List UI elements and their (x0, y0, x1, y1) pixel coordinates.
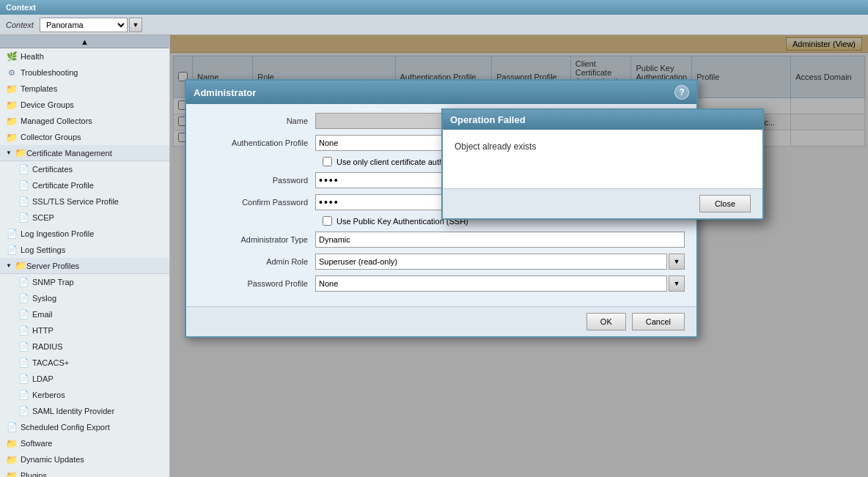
sidebar-item-tacacs[interactable]: 📄 TACACS+ (0, 355, 169, 371)
sidebar: ▲ 🌿 Health ⚙ Troubleshooting 📁 Templates… (0, 35, 170, 477)
sidebar-item-dynamic-updates[interactable]: 📁 Dynamic Updates (0, 451, 169, 467)
sidebar-item-label: Syslog (32, 294, 56, 303)
sidebar-item-managed-collectors[interactable]: 📁 Managed Collectors (0, 113, 169, 129)
sidebar-item-device-groups[interactable]: 📁 Device Groups (0, 97, 169, 113)
sidebar-item-label: Kerberos (32, 391, 65, 399)
use-client-cert-checkbox[interactable] (323, 157, 332, 166)
email-icon: 📄 (18, 308, 29, 320)
ssl-tls-icon: 📄 (18, 196, 29, 207)
sidebar-item-label: RADIUS (32, 342, 63, 351)
sidebar-item-templates[interactable]: 📁 Templates (0, 81, 169, 97)
collector-groups-icon: 📁 (6, 131, 18, 143)
sidebar-item-label: HTTP (32, 326, 54, 335)
context-dropdown-button[interactable]: ▼ (129, 18, 142, 32)
software-icon: 📁 (6, 437, 18, 449)
context-label: Context (6, 21, 34, 29)
admin-dialog-footer: OK Cancel (186, 306, 696, 336)
sidebar-item-email[interactable]: 📄 Email (0, 306, 169, 322)
sidebar-item-label: LDAP (32, 374, 54, 383)
sidebar-item-label: Templates (21, 84, 57, 93)
dynamic-updates-icon: 📁 (6, 454, 18, 465)
sidebar-item-collector-groups[interactable]: 📁 Collector Groups (0, 129, 169, 145)
sidebar-item-ssl-tls[interactable]: 📄 SSL/TLS Service Profile (0, 193, 169, 210)
sidebar-item-certificates[interactable]: 📄 Certificates (0, 161, 169, 177)
sidebar-scroll-up[interactable]: ▲ (0, 35, 169, 48)
sidebar-item-troubleshooting[interactable]: ⚙ Troubleshooting (0, 64, 169, 81)
password-profile-field: ▼ (315, 276, 685, 292)
device-groups-icon: 📁 (6, 99, 18, 111)
kerberos-icon: 📄 (18, 389, 29, 401)
sidebar-item-health[interactable]: 🌿 Health (0, 48, 169, 64)
saml-icon: 📄 (18, 405, 29, 417)
admin-role-input[interactable] (315, 254, 667, 270)
tacacs-icon: 📄 (18, 357, 29, 369)
sidebar-item-radius[interactable]: 📄 RADIUS (0, 339, 169, 355)
main-layout: ▲ 🌿 Health ⚙ Troubleshooting 📁 Templates… (0, 35, 868, 477)
sidebar-item-plugins[interactable]: 📁 Plugins (0, 467, 169, 477)
op-failed-message: Object already exists (455, 141, 536, 152)
sidebar-item-label: Certificates (32, 165, 73, 174)
sidebar-item-scep[interactable]: 📄 SCEP (0, 210, 169, 226)
cert-mgmt-expand-icon (6, 149, 12, 156)
confirm-password-label: Confirm Password (198, 198, 315, 207)
password-profile-input[interactable] (315, 276, 667, 292)
sidebar-item-label: TACACS+ (32, 358, 69, 367)
sidebar-item-log-ingestion[interactable]: 📄 Log Ingestion Profile (0, 226, 169, 242)
op-failed-title-text: Operation Failed (450, 114, 526, 125)
context-select-input[interactable]: Panorama (40, 18, 128, 32)
sidebar-item-label: Device Groups (21, 100, 74, 109)
radius-icon: 📄 (18, 341, 29, 352)
admin-dialog-ok-button[interactable]: OK (586, 313, 626, 330)
sidebar-item-label: Managed Collectors (21, 117, 92, 125)
admin-role-field: ▼ (315, 254, 685, 270)
health-icon: 🌿 (6, 51, 18, 62)
form-row-password-profile: Password Profile ▼ (198, 276, 685, 292)
sidebar-item-certificate-mgmt[interactable]: 📁 Certificate Management (0, 145, 169, 161)
admin-type-input[interactable] (315, 232, 685, 248)
sidebar-item-label: Dynamic Updates (21, 455, 84, 464)
admin-type-label: Administrator Type (198, 235, 315, 244)
sidebar-item-label: SSL/TLS Service Profile (32, 197, 119, 206)
admin-role-dropdown-button[interactable]: ▼ (669, 254, 685, 270)
sidebar-item-scheduled-config[interactable]: 📄 Scheduled Config Export (0, 419, 169, 435)
sidebar-item-ldap[interactable]: 📄 LDAP (0, 371, 169, 387)
scep-icon: 📄 (18, 212, 29, 223)
sidebar-item-label: SAML Identity Provider (32, 407, 114, 415)
context-bar: Context Panorama ▼ (0, 15, 868, 35)
sidebar-item-http[interactable]: 📄 HTTP (0, 322, 169, 339)
use-public-key-checkbox[interactable] (323, 216, 332, 226)
name-label: Name (198, 117, 315, 125)
sidebar-item-snmp-trap[interactable]: 📄 SNMP Trap (0, 274, 169, 290)
op-failed-close-button[interactable]: Close (699, 195, 751, 212)
log-settings-icon: 📄 (6, 244, 18, 256)
sidebar-item-saml[interactable]: 📄 SAML Identity Provider (0, 403, 169, 419)
sidebar-item-software[interactable]: 📁 Software (0, 435, 169, 451)
server-profiles-expand-icon (6, 262, 12, 269)
top-bar: Context (0, 0, 868, 15)
admin-dialog-title-text: Administrator (194, 87, 256, 98)
sidebar-item-label: Software (21, 439, 52, 448)
sidebar-item-log-settings[interactable]: 📄 Log Settings (0, 242, 169, 258)
context-selector[interactable]: Panorama ▼ (40, 18, 142, 32)
certificates-icon: 📄 (18, 163, 29, 175)
sidebar-item-label: Server Profiles (26, 262, 79, 270)
sidebar-item-label: Log Settings (21, 245, 65, 254)
sidebar-item-syslog[interactable]: 📄 Syslog (0, 290, 169, 306)
sidebar-item-certificate-profile[interactable]: 📄 Certificate Profile (0, 177, 169, 193)
admin-dialog-help-button[interactable]: ? (674, 85, 689, 100)
admin-dialog-cancel-button[interactable]: Cancel (632, 313, 685, 330)
sidebar-item-label: Email (32, 310, 53, 319)
sidebar-item-server-profiles[interactable]: 📁 Server Profiles (0, 258, 169, 274)
http-icon: 📄 (18, 325, 29, 336)
plugins-icon: 📁 (6, 470, 18, 477)
content-area: Administer (View) Name Role Authenticati… (170, 35, 868, 477)
sidebar-item-kerberos[interactable]: 📄 Kerberos (0, 387, 169, 403)
op-failed-footer: Close (443, 188, 762, 218)
sidebar-item-label: Health (21, 52, 44, 61)
password-profile-dropdown-button[interactable]: ▼ (669, 276, 685, 292)
managed-collectors-icon: 📁 (6, 115, 18, 127)
ldap-icon: 📄 (18, 373, 29, 385)
op-failed-body: Object already exists (443, 130, 762, 188)
log-ingestion-icon: 📄 (6, 228, 18, 240)
templates-icon: 📁 (6, 83, 18, 95)
